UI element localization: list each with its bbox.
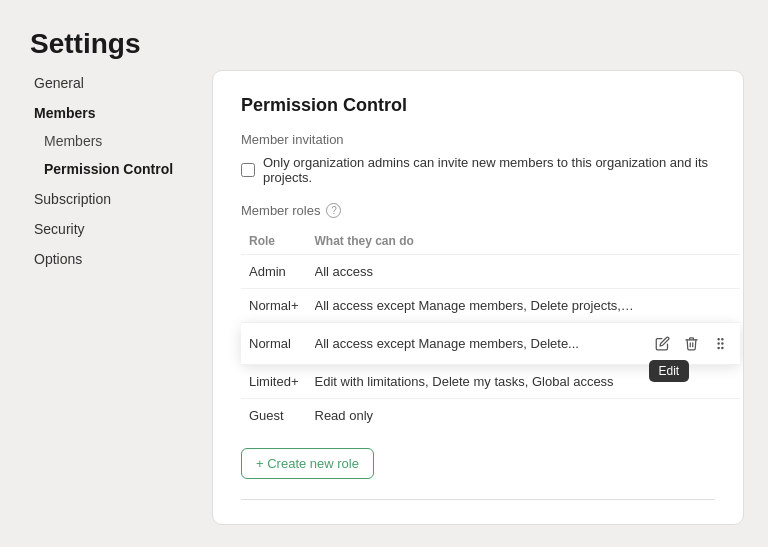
svg-point-2	[718, 343, 719, 344]
role-actions-cell	[643, 289, 740, 323]
section-title: Permission Control	[241, 95, 715, 116]
role-name-cell: Admin	[241, 255, 307, 289]
member-roles-section: Member roles ? Role What they can do Adm…	[241, 203, 715, 479]
svg-point-4	[718, 347, 719, 348]
svg-point-0	[718, 339, 719, 340]
sidebar-item-security[interactable]: Security	[24, 216, 204, 242]
role-actions-cell	[643, 255, 740, 289]
role-desc-cell: Read only	[307, 399, 643, 433]
sidebar-section-options: Options	[24, 246, 204, 272]
sidebar-section-general: General	[24, 70, 204, 96]
admin-invite-label: Only organization admins can invite new …	[263, 155, 715, 185]
sidebar-item-general[interactable]: General	[24, 70, 204, 96]
member-roles-label: Member roles	[241, 203, 320, 218]
table-row: AdminAll access	[241, 255, 740, 289]
table-row: NormalAll access except Manage members, …	[241, 323, 740, 365]
table-row: GuestRead only	[241, 399, 740, 433]
role-actions-cell: Edit	[643, 323, 740, 365]
page-title: Settings	[0, 0, 768, 70]
member-invitation-section: Member invitation Only organization admi…	[241, 132, 715, 185]
col-what: What they can do	[307, 228, 643, 255]
svg-point-3	[721, 343, 722, 344]
sidebar-item-members[interactable]: Members	[24, 100, 204, 126]
role-desc-cell: All access	[307, 255, 643, 289]
roles-table: Role What they can do AdminAll accessNor…	[241, 228, 740, 432]
create-role-button[interactable]: + Create new role	[241, 448, 374, 479]
role-actions-cell	[643, 399, 740, 433]
svg-point-5	[721, 347, 722, 348]
sidebar-item-subscription[interactable]: Subscription	[24, 186, 204, 212]
table-row: Normal+All access except Manage members,…	[241, 289, 740, 323]
member-invitation-label: Member invitation	[241, 132, 715, 147]
delete-button[interactable]	[680, 332, 703, 355]
sidebar-section-members: Members Members Permission Control	[24, 100, 204, 182]
bottom-divider	[241, 499, 715, 500]
edit-button[interactable]	[651, 332, 674, 355]
drag-handle[interactable]	[709, 332, 732, 355]
col-role: Role	[241, 228, 307, 255]
help-icon[interactable]: ?	[326, 203, 341, 218]
admin-invite-checkbox[interactable]	[241, 163, 255, 177]
role-name-cell: Normal	[241, 323, 307, 365]
edit-tooltip: Edit	[649, 360, 690, 382]
svg-point-1	[721, 339, 722, 340]
role-name-cell: Limited+	[241, 365, 307, 399]
main-content: Permission Control Member invitation Onl…	[212, 70, 744, 525]
sidebar-section-subscription: Subscription	[24, 186, 204, 212]
role-desc-cell: All access except Manage members, Delete…	[307, 323, 643, 365]
role-desc-cell: Edit with limitations, Delete my tasks, …	[307, 365, 643, 399]
role-name-cell: Normal+	[241, 289, 307, 323]
sidebar-item-permission-control[interactable]: Permission Control	[24, 156, 204, 182]
role-desc-cell: All access except Manage members, Delete…	[307, 289, 643, 323]
sidebar-item-options[interactable]: Options	[24, 246, 204, 272]
role-name-cell: Guest	[241, 399, 307, 433]
sidebar: General Members Members Permission Contr…	[24, 70, 204, 525]
row-actions: Edit	[651, 332, 732, 355]
sidebar-item-members-sub[interactable]: Members	[24, 128, 204, 154]
sidebar-section-security: Security	[24, 216, 204, 242]
